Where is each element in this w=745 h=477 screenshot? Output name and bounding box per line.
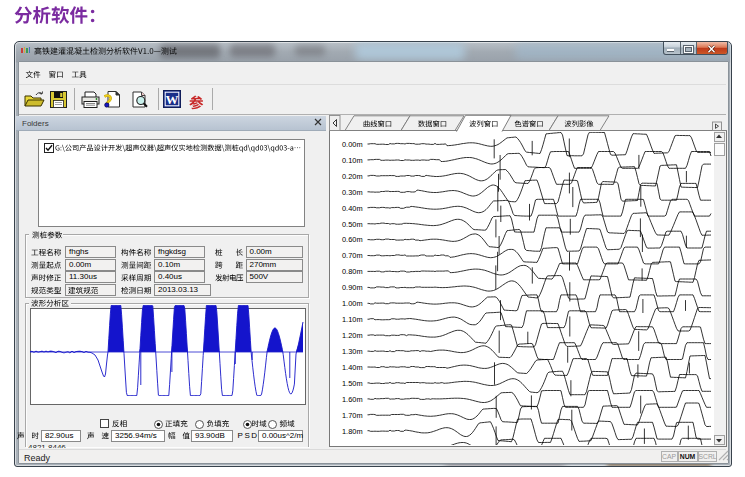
svg-text:W: W	[166, 92, 179, 107]
